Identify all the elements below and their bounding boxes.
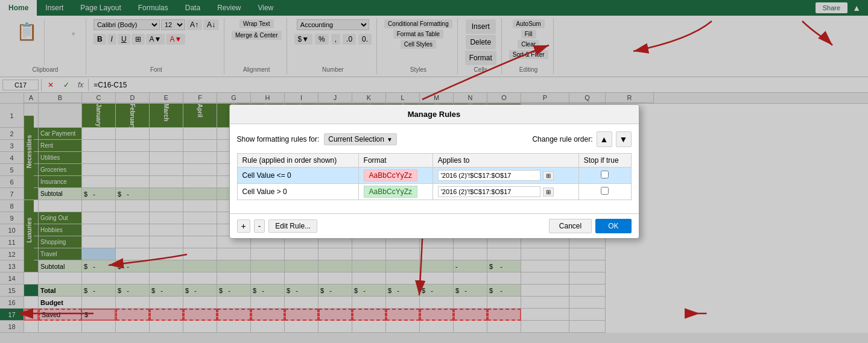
edit-rule-button[interactable]: Edit Rule...: [268, 219, 317, 233]
move-down-button[interactable]: ▼: [616, 131, 632, 147]
change-rule-order-label: Change rule order:: [532, 135, 592, 143]
rule-1-stop-if-true: [578, 168, 631, 184]
rule-2-stop-if-true: [578, 184, 631, 200]
dropdown-arrow-icon: ▼: [387, 136, 393, 143]
show-rules-select[interactable]: Current Selection ▼: [324, 133, 397, 145]
dialog-title: Manage Rules: [230, 105, 639, 124]
col-stop-if-true-header: Stop if true: [578, 154, 631, 168]
change-rule-order: Change rule order: ▲ ▼: [532, 131, 631, 147]
remove-rule-button[interactable]: -: [254, 219, 265, 233]
cancel-button[interactable]: Cancel: [549, 219, 592, 233]
rule-2-applies-to: ⊞: [432, 184, 578, 200]
move-up-button[interactable]: ▲: [597, 131, 612, 147]
rule-2-format-preview: AaBbCcYyZz: [364, 186, 417, 198]
current-selection-value: Current Selection: [328, 135, 384, 143]
rules-table-body: Cell Value <= 0 AaBbCcYyZz ⊞: [237, 168, 631, 200]
rule-1-range-select-btn[interactable]: ⊞: [543, 171, 554, 180]
rule-1-applies-to-input[interactable]: [438, 170, 540, 181]
manage-rules-dialog: Manage Rules Show formatting rules for: …: [229, 104, 639, 239]
rule-1-format: AaBbCcYyZz: [358, 168, 432, 184]
rule-2-applies-to-input[interactable]: [438, 186, 540, 197]
col-rule-header: Rule (applied in order shown): [237, 154, 358, 168]
rule-2-condition: Cell Value > 0: [237, 184, 358, 200]
rule-2-range-select-btn[interactable]: ⊞: [543, 187, 554, 197]
col-applies-to-header: Applies to: [432, 154, 578, 168]
dialog-footer: + - Edit Rule... Cancel OK: [230, 213, 639, 238]
rules-table: Rule (applied in order shown) Format App…: [237, 153, 632, 200]
rule-row-2[interactable]: Cell Value > 0 AaBbCcYyZz ⊞: [237, 184, 631, 200]
rules-table-header: Rule (applied in order shown) Format App…: [237, 154, 631, 168]
rule-1-stop-checkbox[interactable]: [601, 171, 609, 178]
show-rules-label: Show formatting rules for:: [237, 135, 320, 143]
rules-header-row: Rule (applied in order shown) Format App…: [237, 154, 631, 168]
rule-1-format-preview: AaBbCcYyZz: [364, 169, 417, 181]
dialog-body: Show formatting rules for: Current Selec…: [230, 124, 639, 213]
rule-1-applies-to: ⊞: [432, 168, 578, 184]
add-rule-button[interactable]: +: [237, 219, 250, 233]
col-format-header: Format: [358, 154, 432, 168]
rule-2-stop-checkbox[interactable]: [601, 187, 609, 195]
show-rules-row: Show formatting rules for: Current Selec…: [237, 131, 632, 147]
rule-row-1[interactable]: Cell Value <= 0 AaBbCcYyZz ⊞: [237, 168, 631, 184]
rule-1-condition: Cell Value <= 0: [237, 168, 358, 184]
ok-button[interactable]: OK: [595, 219, 631, 233]
rule-2-format: AaBbCcYyZz: [358, 184, 432, 200]
dialog-overlay: Manage Rules Show formatting rules for: …: [0, 0, 868, 333]
